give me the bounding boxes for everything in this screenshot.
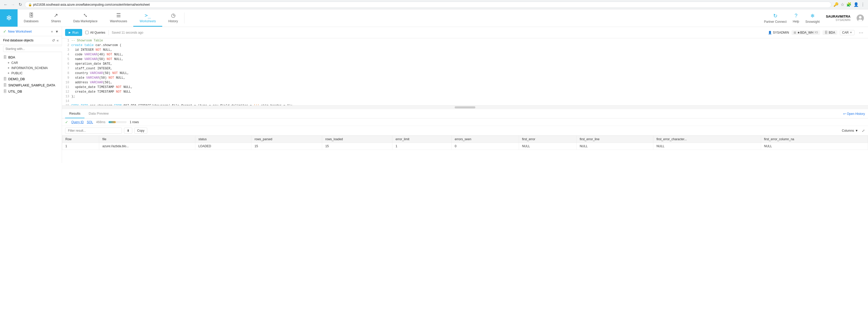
code-line-4: 4 code VARCHAR(40) NOT NULL, [62,52,868,57]
db-demo[interactable]: 🗄 DEMO_DB [0,76,62,82]
tab-data-preview[interactable]: Data Preview [85,109,113,118]
all-queries-label: All Queries [90,31,105,34]
expand-button[interactable]: ⤢ [862,129,865,133]
browser-actions: 🔑 ☆ 🧩 👤 ⋮ [833,2,865,7]
search-input[interactable] [3,46,65,52]
menu-icon[interactable]: ⋮ [861,2,865,7]
col-first-error: first_error [519,136,576,143]
columns-label: Columns [842,129,854,133]
db-bda[interactable]: 🗄 BDA [0,54,62,60]
collapse-button[interactable]: « [57,38,59,43]
copy-button[interactable]: Copy [134,128,147,134]
reload-button[interactable]: ↻ [18,2,23,7]
rows-count: 1 rows [130,120,139,124]
forward-button[interactable]: → [10,2,16,7]
back-button[interactable]: ← [3,2,8,7]
cell-rows-parsed: 15 [251,143,322,150]
editor-scrollbar[interactable] [62,106,868,109]
tab-marketplace[interactable]: ⤡ Data Marketplace [67,9,103,27]
tab-history-label: History [168,20,178,23]
new-worksheet-button[interactable]: ✓ New Worksheet [3,29,32,34]
tab-databases-label: Databases [24,20,38,23]
sidebar-top: ✓ New Worksheet + ▼ [0,27,62,36]
filter-input[interactable] [65,128,122,134]
new-worksheet-label: New Worksheet [8,29,32,33]
db-sample[interactable]: 🗄 SNOWFLAKE_SAMPLE_DATA [0,82,62,88]
svg-point-1 [859,16,862,19]
db-util[interactable]: 🗄 UTIL_DB [0,88,62,94]
results-panel: Results Data Preview ↩ Open History ✓ Qu… [62,109,868,163]
results-table-wrap[interactable]: Row file status rows_parsed rows_loaded … [62,136,868,163]
sidebar-top-actions: + ▼ [51,29,59,34]
open-history-button[interactable]: ↩ Open History [843,112,865,116]
code-line-8: 8 country VARCHAR(50) NOT NULL, [62,71,868,76]
warehouse-chip[interactable]: ⊞ ★BDA_WH XS [792,30,820,35]
code-line-2: 2 create table car.showroom ( [62,43,868,48]
profile-icon[interactable]: 👤 [854,2,859,7]
schema-information-schema[interactable]: ✦ INFORMATION_SCHEMA [0,65,62,71]
table-row: 1 azure://azbda.blo... LOADED 15 15 1 0 … [62,143,868,150]
tab-warehouses-label: Warehouses [110,20,127,23]
tab-worksheets[interactable]: >_ Worksheets [133,9,162,27]
sidebar: ✓ New Worksheet + ▼ Find database object… [0,27,62,163]
main-layout: ✓ New Worksheet + ▼ Find database object… [0,27,868,163]
header-right: ↻ Partner Connect ? Help ❄ Snowsight SAU… [760,9,868,27]
tab-databases[interactable]: 🗄 Databases [18,9,45,27]
checkmark-icon: ✓ [3,29,6,34]
cell-first-error-line: NULL [576,143,653,150]
database-icon: 🗄 [3,55,7,59]
tab-results[interactable]: Results [65,109,85,118]
tab-marketplace-label: Data Marketplace [73,20,97,23]
star-icon[interactable]: ☆ [841,2,844,7]
code-line-14: 14 [62,99,868,104]
all-queries-checkbox[interactable]: All Queries [85,31,105,34]
avatar[interactable] [857,15,864,22]
all-queries-input[interactable] [85,31,89,34]
col-first-error-line: first_error_line [576,136,653,143]
code-line-1: 1 -- Showroom Table [62,38,868,43]
schema-car-name: CAR [11,61,18,65]
database-icon-demo: 🗄 [3,77,7,81]
snowsight-item[interactable]: ❄ Snowsight [805,13,820,24]
extensions-icon[interactable]: 🧩 [846,2,851,7]
code-editor[interactable]: 1 -- Showroom Table 2 create table car.s… [62,38,868,106]
database-icon-sample: 🗄 [3,83,7,87]
db-bda-name: BDA [8,55,15,59]
key-icon[interactable]: 🔑 [833,2,839,7]
cell-row: 1 [62,143,99,150]
database-chip[interactable]: 🗄 BDA [823,30,837,35]
toolbar-role: 👤 SYSADMIN [768,31,789,34]
find-objects-area: Find database objects ↺ « [0,36,62,45]
cell-first-error-char: NULL [653,143,761,150]
schema-chip[interactable]: CAR ▼ [840,30,855,35]
app-header: ❄ 🗄 Databases ↗ Shares ⤡ Data Marketplac… [0,9,868,27]
tab-warehouses[interactable]: ☰ Warehouses [103,9,133,27]
code-line-6: 6 operation_date DATE, [62,61,868,66]
download-button[interactable]: ⬇ [124,128,132,134]
schema-info-name: INFORMATION_SCHEMA [11,66,48,70]
nav-tabs: 🗄 Databases ↗ Shares ⤡ Data Marketplace … [18,9,760,27]
run-button[interactable]: ▶ Run [65,29,82,36]
toolbar-separator [108,30,109,35]
query-id-link[interactable]: Query ID [71,120,84,124]
url-bar[interactable]: 🔒 ph21638.southeast-asia.azure.snowflake… [25,2,831,8]
worksheet-options-button[interactable]: ▼ [55,29,59,34]
sql-link[interactable]: SQL [87,120,93,124]
refresh-button[interactable]: ↺ [52,38,55,43]
history-icon: ◷ [171,12,176,18]
tab-shares[interactable]: ↗ Shares [45,9,67,27]
schema-car[interactable]: ✦ CAR [0,60,62,65]
results-header-row: Row file status rows_parsed rows_loaded … [62,136,868,143]
add-worksheet-button[interactable]: + [51,29,53,34]
toolbar-more-button[interactable]: ⋯ [857,29,865,36]
columns-button[interactable]: Columns ▼ [842,129,858,133]
scrollbar-thumb[interactable] [455,106,475,108]
schema-icon-car: ✦ [7,61,10,65]
help-item[interactable]: ? Help [793,13,799,23]
download-icon: ⬇ [127,129,129,133]
content-area: ▶ Run All Queries Saved 11 seconds ago 👤… [62,27,868,163]
tab-history[interactable]: ◷ History [162,9,184,27]
schema-public[interactable]: ✦ PUBLIC [0,71,62,76]
partner-connect-item[interactable]: ↻ Partner Connect [764,13,786,24]
partner-connect-label: Partner Connect [764,20,786,24]
